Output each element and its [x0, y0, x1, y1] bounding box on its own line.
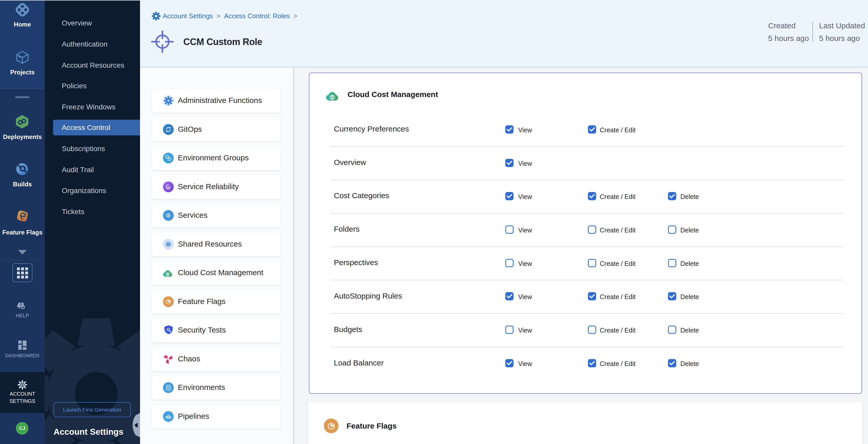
svg-text:$: $ — [167, 273, 168, 276]
svg-text:?: ? — [20, 303, 22, 308]
svg-text:$: $ — [331, 95, 333, 100]
